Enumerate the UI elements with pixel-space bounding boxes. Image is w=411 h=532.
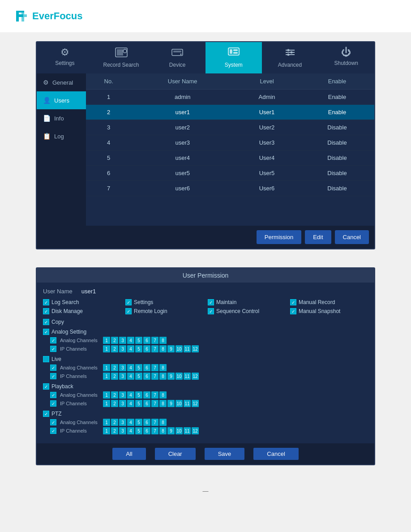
channel-btn[interactable]: 12 [192,373,199,380]
channel-btn[interactable]: 5 [135,400,142,407]
channel-btn[interactable]: 12 [192,427,199,434]
channel-btn[interactable]: 8 [159,400,167,407]
channel-btn[interactable]: 8 [159,373,167,380]
channel-btn[interactable]: 9 [167,427,175,434]
nav-advanced[interactable]: Advanced [262,42,318,73]
channel-btn[interactable]: 3 [119,373,126,380]
channel-btn[interactable]: 12 [192,400,199,407]
table-row[interactable]: 5user4User4Disable [86,150,374,166]
channel-btn[interactable]: 7 [151,391,158,399]
channel-btn[interactable]: 10 [176,400,183,407]
channel-btn[interactable]: 9 [167,345,175,352]
channel-btn[interactable]: 7 [151,427,158,434]
nav-system[interactable]: System [206,42,262,73]
channel-btn[interactable]: 6 [143,337,150,344]
section-checkbox-playback[interactable]: ✓ [43,383,49,390]
sidebar-item-log[interactable]: 📋 Log [37,127,86,145]
channel-btn[interactable]: 8 [159,427,167,434]
channel-btn[interactable]: 7 [151,364,158,371]
channel-btn[interactable]: 4 [127,427,134,434]
checkbox-manual_snapshot[interactable]: ✓ [290,308,296,314]
channel-checkbox[interactable]: ✓ [50,337,56,343]
channel-btn[interactable]: 2 [111,373,118,380]
channel-checkbox[interactable]: ✓ [50,400,56,407]
permission-button[interactable]: Permission [257,230,301,244]
sidebar-item-general[interactable]: ⚙ General [37,73,86,91]
channel-btn[interactable]: 2 [111,427,118,434]
channel-btn[interactable]: 6 [143,427,150,434]
checkbox-maintain[interactable]: ✓ [208,299,214,305]
channel-btn[interactable]: 9 [167,400,175,407]
channel-btn[interactable]: 10 [176,373,183,380]
channel-btn[interactable]: 4 [127,419,134,426]
channel-btn[interactable]: 7 [151,337,158,344]
channel-btn[interactable]: 3 [119,364,126,371]
channel-btn[interactable]: 8 [159,419,167,426]
channel-btn[interactable]: 4 [127,337,134,344]
channel-btn[interactable]: 12 [192,345,199,352]
table-row[interactable]: 1adminAdminEnable [86,90,374,105]
channel-btn[interactable]: 7 [151,345,158,352]
channel-btn[interactable]: 2 [111,419,118,426]
save-button[interactable]: Save [205,448,245,460]
channel-btn[interactable]: 7 [151,373,158,380]
channel-checkbox[interactable]: ✓ [50,419,56,425]
channel-checkbox[interactable]: ✓ [50,373,56,379]
channel-btn[interactable]: 6 [143,373,150,380]
channel-btn[interactable]: 5 [135,337,142,344]
channel-btn[interactable]: 7 [151,419,158,426]
channel-btn[interactable]: 2 [111,364,118,371]
checkbox-settings[interactable]: ✓ [125,299,132,305]
channel-btn[interactable]: 1 [103,373,110,380]
clear-button[interactable]: Clear [155,448,196,460]
perm-item-settings[interactable]: ✓ Settings [125,299,203,305]
section-checkbox-ptz[interactable]: ✓ [43,411,49,417]
channel-btn[interactable]: 4 [127,373,134,380]
channel-btn[interactable]: 11 [184,400,191,407]
checkbox-remote_login[interactable]: ✓ [125,308,132,314]
perm-item-disk_manage[interactable]: ✓ Disk Manage [43,308,121,314]
channel-btn[interactable]: 10 [176,345,183,352]
channel-btn[interactable]: 5 [135,391,142,399]
nav-device[interactable]: Device [149,42,206,73]
channel-btn[interactable]: 1 [103,391,110,399]
channel-btn[interactable]: 4 [127,345,134,352]
channel-btn[interactable]: 4 [127,364,134,371]
table-row[interactable]: 4user3User3Disable [86,135,374,150]
channel-btn[interactable]: 2 [111,337,118,344]
channel-btn[interactable]: 8 [159,337,167,344]
channel-btn[interactable]: 10 [176,427,183,434]
channel-checkbox[interactable]: ✓ [50,392,56,398]
channel-btn[interactable]: 4 [127,391,134,399]
checkbox-disk_manage[interactable]: ✓ [43,308,49,314]
sidebar-item-users[interactable]: 👤 Users [37,91,86,109]
channel-btn[interactable]: 1 [103,400,110,407]
channel-btn[interactable]: 6 [143,419,150,426]
channel-btn[interactable]: 3 [119,345,126,352]
perm-item-log_search[interactable]: ✓ Log Search [43,299,121,305]
perm-item-manual_record[interactable]: ✓ Manual Record [290,299,368,305]
cancel-button[interactable]: Cancel [335,230,369,244]
channel-btn[interactable]: 6 [143,364,150,371]
channel-btn[interactable]: 5 [135,373,142,380]
checkbox-sequence_control[interactable]: ✓ [208,308,214,314]
channel-btn[interactable]: 5 [135,364,142,371]
channel-btn[interactable]: 6 [143,391,150,399]
channel-btn[interactable]: 9 [167,373,175,380]
perm-item-sequence_control[interactable]: ✓ Sequence Control [208,308,286,314]
channel-btn[interactable]: 5 [135,427,142,434]
nav-record-search[interactable]: Record Search [93,42,150,73]
section-checkbox-analog_setting[interactable]: ✓ [43,329,49,335]
section-checkbox-copy[interactable]: ✓ [43,319,49,325]
checkbox-log_search[interactable]: ✓ [43,299,49,305]
channel-btn[interactable]: 3 [119,419,126,426]
sidebar-item-info[interactable]: 📄 Info [37,109,86,127]
perm-item-remote_login[interactable]: ✓ Remote Login [125,308,203,314]
channel-btn[interactable]: 3 [119,427,126,434]
table-row[interactable]: 7user6User6Disable [86,181,374,196]
channel-btn[interactable]: 6 [143,400,150,407]
channel-btn[interactable]: 1 [103,345,110,352]
perm-item-manual_snapshot[interactable]: ✓ Manual Snapshot [290,308,368,314]
checkbox-manual_record[interactable]: ✓ [290,299,296,305]
channel-btn[interactable]: 3 [119,391,126,399]
